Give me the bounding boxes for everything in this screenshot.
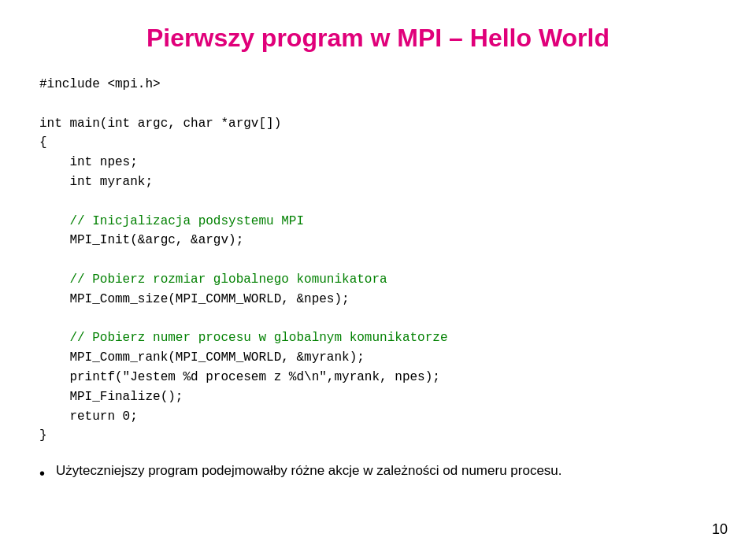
bullet-section: • Użyteczniejszy program podejmowałby ró… — [39, 461, 717, 484]
code-block: #include <mpi.h> int main(int argc, char… — [39, 75, 717, 446]
slide: Pierwszy program w MPI – Hello World #in… — [0, 0, 756, 552]
code-mpi-finalize: MPI_Finalize(); — [39, 390, 183, 404]
code-comment-init: // Inicjalizacja podsystemu MPI — [39, 214, 304, 228]
code-mpi-size: MPI_Comm_size(MPI_COMM_WORLD, &npes); — [39, 292, 350, 306]
bullet-text: Użyteczniejszy program podejmowałby różn… — [56, 461, 562, 480]
code-mpi-init: MPI_Init(&argc, &argv); — [39, 233, 243, 247]
slide-title: Pierwszy program w MPI – Hello World — [39, 24, 717, 53]
code-brace-open: { — [39, 135, 47, 150]
code-npes: int npes; — [39, 155, 138, 169]
code-mpi-rank: MPI_Comm_rank(MPI_COMM_WORLD, &myrank); — [39, 350, 365, 365]
code-myrank: int myrank; — [39, 175, 153, 189]
code-comment-size: // Pobierz rozmiar globalnego komunikato… — [39, 272, 387, 287]
page-number: 10 — [712, 521, 728, 538]
bullet-icon: • — [39, 462, 45, 484]
code-main-sig: int main(int argc, char *argv[]) — [39, 117, 281, 131]
code-printf: printf("Jestem %d procesem z %d\n",myran… — [39, 370, 440, 384]
code-return: return 0; — [39, 409, 138, 424]
code-comment-rank: // Pobierz numer procesu w globalnym kom… — [39, 331, 447, 345]
code-brace-close: } — [39, 428, 47, 443]
code-include: #include <mpi.h> — [39, 77, 161, 91]
